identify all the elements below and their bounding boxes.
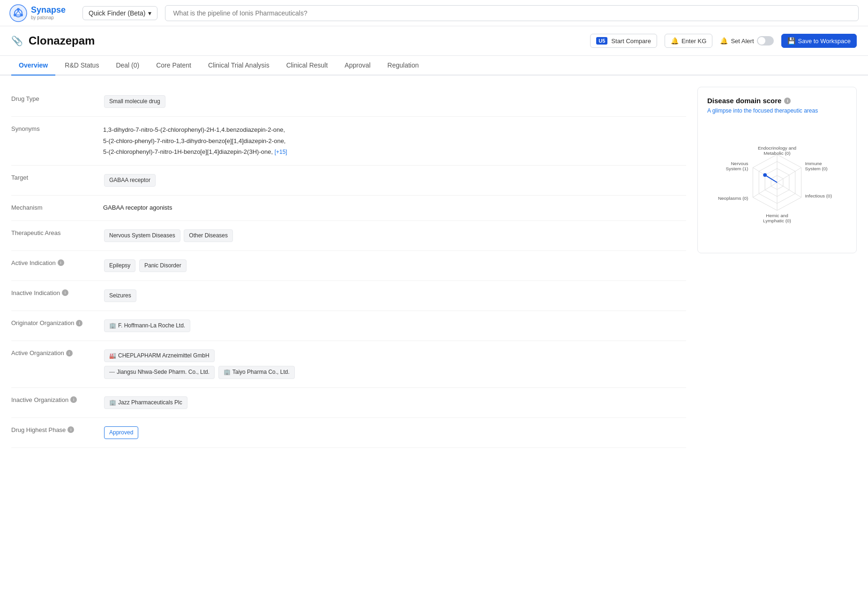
compare-badge: U5 [596,37,607,45]
active-indication-label: Active Indication i [11,258,96,266]
chevron-down-icon: ▾ [148,9,151,17]
drug-type-tag: Small molecule drug [104,95,165,108]
drug-highest-phase-tag: Approved [104,426,138,439]
therapeutic-area-tag-1: Other Diseases [184,229,233,242]
drug-highest-phase-info-icon[interactable]: i [67,426,74,433]
active-org-row-2: — Jiangsu Nhwa-Sede Pharm. Co., Ltd. 🏢 T… [103,365,686,379]
tab-rd-status[interactable]: R&D Status [57,56,106,76]
active-indication-row: Active Indication i Epilepsy Panic Disor… [11,251,686,281]
org-icon-1: — [109,368,115,377]
inactive-org-row: Inactive Organization i 🏢 Jazz Pharmaceu… [11,388,686,418]
tabs-bar: Overview R&D Status Deal (0) Core Patent… [0,56,868,76]
active-org-label: Active Organization i [11,349,96,356]
tab-core-patent[interactable]: Core Patent [149,56,199,76]
drug-type-label: Drug Type [11,94,96,102]
logo-bypatsnap: by patsnap [31,15,66,20]
quick-finder-label: Quick Finder (Beta) [89,9,145,17]
active-org-tag-0[interactable]: 🏭 CHEPLAPHARM Arzneimittel GmbH [104,349,215,362]
org-icon-2: 🏢 [224,368,231,377]
svg-text:Lymphatic (0): Lymphatic (0) [763,218,791,223]
originator-org-tag-0[interactable]: 🏢 F. Hoffmann-La Roche Ltd. [104,319,190,332]
drug-type-value: Small molecule drug [103,94,686,109]
target-label: Target [11,173,96,181]
originator-org-name: F. Hoffmann-La Roche Ltd. [118,321,185,330]
inactive-org-info-icon[interactable]: i [70,396,77,403]
active-org-name-2: Taiyo Pharma Co., Ltd. [232,368,290,377]
disease-domain-subtitle: A glimpse into the focused therapeutic a… [707,107,847,114]
therapeutic-areas-value: Nervous System Diseases Other Diseases [103,228,686,243]
kg-icon: 🔔 [671,37,679,45]
therapeutic-areas-label: Therapeutic Areas [11,228,96,236]
originator-org-row: Originator Organization i 🏢 F. Hoffmann-… [11,311,686,341]
logo-synapse: Synapse [31,6,66,15]
originator-org-value: 🏢 F. Hoffmann-La Roche Ltd. [103,318,686,333]
inactive-indication-tag-0: Seizures [104,289,136,302]
save-to-workspace-button[interactable]: 💾 Save to Workspace [781,34,857,48]
active-org-tag-2[interactable]: 🏢 Taiyo Pharma Co., Ltd. [218,366,295,379]
synonym-line-2: 5-(2-chloro-phenyl)-7-nitro-1,3-dihydro-… [103,136,686,146]
inactive-org-label: Inactive Organization i [11,395,96,403]
save-icon: 💾 [787,37,795,45]
navbar: Synapse by patsnap Quick Finder (Beta) ▾ [0,0,868,26]
svg-point-2 [17,8,20,11]
inactive-org-tag-0[interactable]: 🏢 Jazz Pharmaceuticals Plc [104,396,187,409]
target-value: GABAA receptor [103,173,686,188]
svg-text:Endocrinology and: Endocrinology and [758,145,796,151]
svg-text:Nervous: Nervous [731,161,748,166]
active-org-row: Active Organization i 🏭 CHEPLAPHARM Arzn… [11,341,686,387]
originator-org-label: Originator Organization i [11,318,96,326]
tab-approval[interactable]: Approval [337,56,378,76]
synonyms-row: Synonyms 1,3-dihydro-7-nitro-5-(2-chloro… [11,117,686,165]
synonym-line-3-text: 5-(2-chlorophenyl)-7-nitro-1H-benzo[e][1… [103,148,273,155]
org-building-icon: 🏢 [109,321,116,330]
inactive-org-name-0: Jazz Pharmaceuticals Plc [118,398,182,407]
enter-kg-label: Enter KG [681,38,706,45]
svg-text:Infectious (0): Infectious (0) [805,193,832,198]
inactive-indication-info-icon[interactable]: i [62,289,68,296]
search-input[interactable] [165,5,859,21]
mechanism-value: GABAA receptor agonists [103,203,686,213]
svg-text:Hemic and: Hemic and [766,213,788,219]
set-alert-toggle[interactable] [757,36,774,45]
synonyms-more-link[interactable]: [+15] [275,149,287,155]
logo: Synapse by patsnap [9,4,75,22]
synapse-logo-icon [9,4,27,22]
disease-domain-info-icon[interactable]: i [784,98,791,104]
enter-kg-button[interactable]: 🔔 Enter KG [665,34,712,48]
svg-point-0 [10,5,27,22]
org-icon-0: 🏭 [109,351,116,360]
active-org-row-1: 🏭 CHEPLAPHARM Arzneimittel GmbH [103,349,686,363]
active-indication-tag-0: Epilepsy [104,259,135,272]
info-panel: Drug Type Small molecule drug Synonyms 1… [11,87,686,448]
radar-svg: Endocrinology and Metabolic (0) Immune S… [707,124,847,241]
start-compare-button[interactable]: U5 Start Compare [590,34,657,48]
tab-clinical-trial[interactable]: Clinical Trial Analysis [201,56,277,76]
active-indication-tag-1: Panic Disorder [139,259,187,272]
drug-title: Clonazepam [29,34,584,47]
mechanism-label: Mechanism [11,203,96,211]
inactive-org-icon: 🏢 [109,398,116,407]
set-alert-label: Set Alert [731,38,754,45]
active-org-value: 🏭 CHEPLAPHARM Arzneimittel GmbH — Jiangs… [103,349,686,379]
tab-deal[interactable]: Deal (0) [108,56,147,76]
tab-clinical-result[interactable]: Clinical Result [279,56,336,76]
tab-overview[interactable]: Overview [11,56,55,76]
logo-text: Synapse by patsnap [31,6,66,20]
tab-regulation[interactable]: Regulation [380,56,427,76]
active-org-tag-1[interactable]: — Jiangsu Nhwa-Sede Pharm. Co., Ltd. [104,366,215,379]
svg-text:System (1): System (1) [726,166,748,171]
therapeutic-areas-row: Therapeutic Areas Nervous System Disease… [11,221,686,251]
quick-finder-button[interactable]: Quick Finder (Beta) ▾ [82,6,157,20]
alert-icon: 🔔 [720,37,728,45]
active-org-info-icon[interactable]: i [66,350,73,356]
drug-type-row: Drug Type Small molecule drug [11,87,686,117]
svg-text:Immune: Immune [805,161,822,166]
inactive-indication-row: Inactive Indication i Seizures [11,281,686,311]
svg-text:Neoplasms (0): Neoplasms (0) [718,196,748,201]
active-indication-info-icon[interactable]: i [58,259,64,266]
save-to-workspace-label: Save to Workspace [798,38,851,45]
start-compare-label: Start Compare [611,38,651,45]
originator-org-info-icon[interactable]: i [76,320,82,326]
inactive-indication-label: Inactive Indication i [11,288,96,296]
target-row: Target GABAA receptor [11,166,686,196]
